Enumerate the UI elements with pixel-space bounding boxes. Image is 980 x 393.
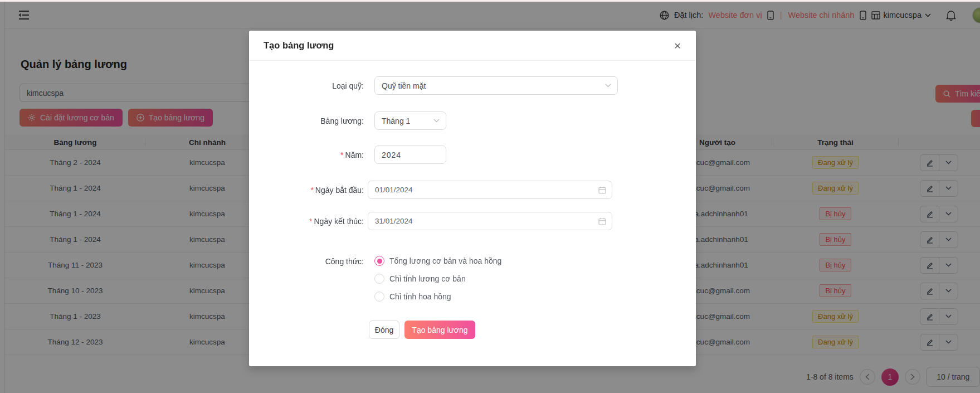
formula-label: Công thức: [249,257,364,266]
payroll-month-row: Bảng lương: Tháng 1 [249,111,696,130]
chevron-down-icon [605,84,611,88]
create-payroll-modal: Tạo bảng lương × Loại quỹ: Quỹ tiền mặt … [249,31,696,366]
radio-option-total[interactable]: Tổng lương cơ bản và hoa hồng [374,255,501,267]
submit-create-payroll-button[interactable]: Tạo bảng lương [404,321,475,339]
year-input[interactable]: 2024 [374,145,446,164]
radio-icon [374,292,384,302]
formula-radio-group: Tổng lương cơ bản và hoa hồng Chỉ tính l… [374,255,501,303]
start-date-row: *Ngày bắt đầu: 01/01/2024 [249,181,696,199]
start-date-label: Ngày bắt đầu: [315,186,364,195]
radio-icon [374,256,384,266]
required-asterisk: * [340,151,343,159]
payroll-month-label: Bảng lương: [249,117,364,125]
fund-type-row: Loại quỹ: Quỹ tiền mặt [249,76,696,95]
calendar-icon [598,186,606,194]
fund-type-select[interactable]: Quỹ tiền mặt [374,76,618,95]
modal-title: Tạo bảng lương [264,40,334,51]
modal-header: Tạo bảng lương [249,31,696,61]
end-date-row: *Ngày kết thúc: 31/01/2024 [249,212,696,230]
calendar-icon [598,217,606,225]
required-asterisk: * [309,217,312,226]
end-date-input[interactable]: 31/01/2024 [368,212,612,230]
close-button[interactable]: Đóng [369,321,399,339]
radio-option-base-only[interactable]: Chỉ tính lương cơ bản [374,273,501,285]
radio-option-commission-only[interactable]: Chỉ tính hoa hồng [374,290,501,303]
radio-icon [374,274,384,284]
required-asterisk: * [310,186,313,195]
year-label: Năm: [345,151,364,159]
year-row: *Năm: 2024 [249,145,696,164]
start-date-input[interactable]: 01/01/2024 [368,181,612,199]
fund-type-label: Loại quỹ: [249,81,364,90]
chevron-down-icon [433,119,440,123]
top-strip [0,0,980,2]
payroll-month-select[interactable]: Tháng 1 [374,111,446,130]
end-date-label: Ngày kết thúc: [314,217,364,226]
close-icon[interactable]: × [670,38,685,53]
